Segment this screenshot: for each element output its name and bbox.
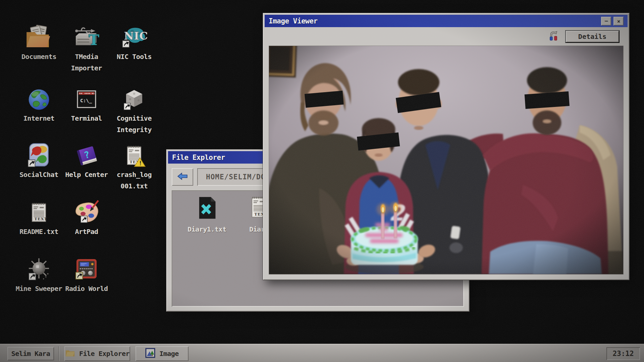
radio-icon bbox=[73, 248, 100, 282]
icon-label: Radio World bbox=[65, 283, 108, 294]
usb-drive-icon: T bbox=[72, 16, 101, 50]
icon-label: Cognitive Integrity bbox=[109, 113, 159, 136]
terminal-window-icon: C:\_ bbox=[73, 78, 100, 111]
desktop-icon-help-center[interactable]: ? Help Center bbox=[61, 134, 112, 180]
file-explorer-title: File Explorer bbox=[172, 154, 225, 162]
shortcut-arrow-badge bbox=[124, 103, 130, 110]
minimize-icon[interactable]: ─ bbox=[601, 17, 611, 25]
icon-label: Internet bbox=[23, 113, 54, 124]
close-icon[interactable]: ✕ bbox=[613, 17, 624, 25]
desktop-icon-artpad[interactable]: ArtPad bbox=[61, 191, 112, 237]
nic-logo-icon: NIC bbox=[121, 16, 148, 50]
shortcut-arrow-badge bbox=[29, 273, 36, 280]
shortcut-arrow-badge bbox=[81, 216, 88, 223]
file-item-diary1[interactable]: Diary1.txt bbox=[182, 195, 232, 233]
chat-bubbles-icon bbox=[26, 134, 52, 168]
icon-label: Terminal bbox=[71, 113, 102, 124]
taskbar: Selim Kara File Explorer Image 23:12 bbox=[0, 344, 644, 362]
desktop-icon-terminal[interactable]: C:\_ Terminal bbox=[61, 78, 112, 124]
svg-text:T: T bbox=[89, 32, 99, 48]
svg-text:TEXT: TEXT bbox=[35, 217, 48, 221]
globe-icon bbox=[26, 78, 52, 111]
taskbar-clock: 23:12 bbox=[606, 347, 640, 360]
help-book-icon: ? bbox=[73, 134, 100, 168]
shortcut-arrow-badge bbox=[122, 41, 129, 47]
shortcut-arrow-badge bbox=[76, 272, 83, 279]
icon-label: Mine Sweeper bbox=[16, 283, 62, 294]
desktop-icon-socialchat[interactable]: SocialChat bbox=[14, 134, 64, 180]
paint-palette-icon bbox=[73, 191, 100, 225]
svg-text:!: ! bbox=[139, 160, 142, 167]
desktop-icon-readme[interactable]: TEXT README.txt bbox=[14, 191, 64, 237]
image-viewer-window: Image Viewer ─ ✕ Details bbox=[263, 13, 630, 280]
desktop-icon-documents[interactable]: Documents bbox=[14, 16, 64, 62]
mine-icon bbox=[26, 248, 52, 282]
details-button[interactable]: Details bbox=[565, 30, 620, 43]
image-viewer-titlebar[interactable]: Image Viewer ─ ✕ bbox=[265, 15, 628, 27]
taskbar-task-image[interactable]: Image bbox=[136, 346, 189, 361]
icon-label: Help Center bbox=[65, 169, 108, 180]
back-button[interactable] bbox=[172, 168, 193, 186]
icon-label: SocialChat bbox=[19, 169, 58, 180]
file-label: Diary1.txt bbox=[187, 225, 226, 233]
icon-label: TMedia Importer bbox=[61, 51, 112, 74]
desktop-icon-tmedia-importer[interactable]: T TMedia Importer bbox=[61, 16, 112, 74]
icon-label: ArtPad bbox=[75, 226, 98, 237]
image-file-icon bbox=[145, 348, 155, 360]
notepad-text-icon: TEXT bbox=[26, 191, 51, 225]
icon-label: README.txt bbox=[19, 226, 58, 237]
text-file-x-icon bbox=[195, 195, 219, 222]
desktop-icon-internet[interactable]: Internet bbox=[14, 78, 64, 124]
desktop-icon-cognitive-integrity[interactable]: Cognitive Integrity bbox=[109, 78, 159, 136]
image-viewer-title: Image Viewer bbox=[269, 17, 318, 25]
tools-icon[interactable] bbox=[548, 30, 559, 43]
family-photo: 2 bbox=[269, 46, 624, 275]
svg-text:C:\_: C:\_ bbox=[80, 98, 92, 104]
desktop-icon-crash-log[interactable]: TEXT ! crash_log 001.txt bbox=[109, 134, 159, 192]
folder-icon bbox=[65, 349, 75, 359]
taskbar-task-file-explorer[interactable]: File Explorer bbox=[64, 346, 130, 361]
cube-icon bbox=[121, 78, 147, 111]
documents-folder-icon bbox=[25, 16, 53, 50]
start-label: Selim Kara bbox=[11, 350, 50, 358]
desktop: Documents T TMedia Importer bbox=[0, 0, 644, 362]
start-button[interactable]: Selim Kara bbox=[7, 347, 54, 360]
task-label: Image bbox=[159, 350, 179, 358]
desktop-icon-radio-world[interactable]: Radio World bbox=[61, 248, 112, 294]
icon-label: crash_log 001.txt bbox=[109, 169, 159, 192]
shortcut-arrow-badge bbox=[28, 160, 35, 167]
notepad-warning-icon: TEXT ! bbox=[122, 134, 147, 168]
taskbar-divider bbox=[58, 346, 59, 361]
image-viewer-toolbar: Details bbox=[265, 28, 628, 45]
svg-text:NIC: NIC bbox=[124, 29, 148, 42]
icon-label: NIC Tools bbox=[117, 51, 152, 62]
back-arrow-icon bbox=[177, 172, 188, 182]
task-label: File Explorer bbox=[79, 350, 129, 358]
desktop-icon-minesweeper[interactable]: Mine Sweeper bbox=[14, 248, 64, 294]
desktop-icon-nic-tools[interactable]: NIC NIC Tools bbox=[109, 16, 159, 62]
icon-label: Documents bbox=[21, 51, 56, 62]
